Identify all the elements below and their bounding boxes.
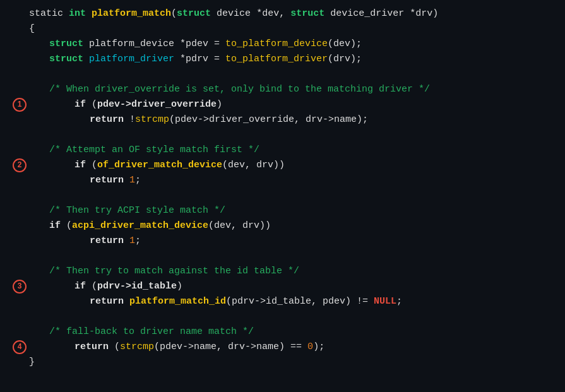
- code-token: *pdev: [180, 37, 208, 52]
- code-line: 1 if (pdev->driver_override): [10, 97, 555, 112]
- code-token: static: [29, 6, 69, 21]
- code-token: [29, 97, 74, 112]
- code-line: return 1;: [10, 234, 555, 249]
- code-token: strcmp: [135, 112, 169, 128]
- code-line: 4 return (strcmp(pdev->name, drv->name) …: [10, 340, 555, 355]
- code-line: return 1;: [10, 173, 555, 188]
- annotation-badge: 4: [13, 340, 27, 354]
- code-token: struct: [49, 37, 83, 52]
- code-token: }: [29, 355, 35, 370]
- code-token: return: [90, 294, 129, 309]
- code-token: if: [74, 158, 86, 173]
- code-token: /* Then try ACPI style match */: [49, 203, 225, 218]
- code-token: 0: [307, 340, 313, 355]
- code-token: (: [86, 279, 97, 294]
- code-token: (: [109, 340, 120, 355]
- code-token: (dev, drv)): [208, 218, 271, 234]
- code-token: if: [74, 97, 86, 112]
- code-token: if: [74, 279, 86, 294]
- code-token: acpi_driver_match_device: [72, 218, 208, 234]
- code-token: (pdrv->id_table, pdev) !=: [226, 294, 374, 309]
- annotation-badge: 1: [13, 98, 27, 112]
- code-token: device: [211, 6, 256, 21]
- code-token: (drv);: [328, 52, 362, 67]
- code-token: =: [208, 37, 225, 52]
- code-token: platform_driver: [83, 52, 180, 67]
- code-token: pdev->driver_override: [97, 97, 217, 112]
- code-line: if (acpi_driver_match_device(dev, drv)): [10, 218, 555, 234]
- code-line: [10, 309, 555, 324]
- code-token: NULL: [374, 294, 396, 309]
- code-token: struct: [290, 6, 324, 21]
- code-token: struct: [177, 6, 211, 21]
- code-line: 2 if (of_driver_match_device(dev, drv)): [10, 158, 555, 173]
- code-token: =: [208, 52, 225, 67]
- code-container: static int platform_match(struct device …: [0, 0, 565, 392]
- code-lines: static int platform_match(struct device …: [10, 6, 555, 370]
- code-token: *pdrv: [180, 52, 208, 67]
- code-token: of_driver_match_device: [97, 158, 222, 173]
- code-line: /* fall-back to driver name match */: [10, 324, 555, 340]
- annotation-badge: 2: [13, 158, 27, 172]
- code-line: [10, 249, 555, 264]
- code-line: }: [10, 355, 555, 370]
- code-token: [29, 279, 74, 294]
- code-token: pdrv->id_table: [97, 279, 177, 294]
- code-token: (: [171, 6, 177, 21]
- code-token: [29, 158, 74, 173]
- code-token: platform_match: [92, 6, 171, 21]
- code-token: platform_match_id: [129, 294, 226, 309]
- code-token: device_driver: [324, 6, 410, 21]
- code-token: );: [313, 340, 324, 355]
- code-token: ;: [135, 173, 141, 188]
- code-token: ): [177, 279, 182, 294]
- code-token: (dev);: [328, 37, 362, 52]
- code-token: *drv: [410, 6, 432, 21]
- code-token: if: [49, 218, 61, 234]
- code-line: /* Then try to match against the id tabl…: [10, 264, 555, 279]
- code-token: 1: [129, 173, 135, 188]
- code-token: ): [217, 97, 222, 112]
- code-token: (pdev->name, drv->name) ==: [154, 340, 307, 355]
- code-token: strcmp: [120, 340, 154, 355]
- code-token: (pdev->driver_override, drv->name);: [169, 112, 368, 128]
- code-token: return: [90, 112, 124, 128]
- code-token: ): [432, 6, 438, 21]
- code-token: {: [29, 21, 35, 37]
- code-token: to_platform_device: [225, 37, 328, 52]
- code-token: return: [74, 340, 109, 355]
- annotation-badge: 3: [13, 280, 27, 294]
- code-line: /* Then try ACPI style match */: [10, 203, 555, 218]
- code-token: [29, 340, 74, 355]
- code-token: platform_device: [83, 37, 180, 52]
- code-token: (: [86, 158, 97, 173]
- code-line: [10, 128, 555, 143]
- code-token: /* Then try to match against the id tabl…: [49, 264, 299, 279]
- code-token: (: [61, 218, 72, 234]
- code-line: return !strcmp(pdev->driver_override, dr…: [10, 112, 555, 128]
- code-line: return platform_match_id(pdrv->id_table,…: [10, 294, 555, 309]
- code-line: /* Attempt an OF style match first */: [10, 143, 555, 158]
- code-token: ;: [135, 234, 141, 249]
- code-token: ;: [396, 294, 402, 309]
- code-token: [86, 6, 92, 21]
- code-line: static int platform_match(struct device …: [10, 6, 555, 21]
- code-line: [10, 188, 555, 203]
- code-line: 3 if (pdrv->id_table): [10, 279, 555, 294]
- code-token: (dev, drv)): [222, 158, 285, 173]
- code-token: /* fall-back to driver name match */: [49, 324, 254, 340]
- code-line: struct platform_device *pdev = to_platfo…: [10, 37, 555, 52]
- code-token: to_platform_driver: [225, 52, 328, 67]
- code-line: [10, 67, 555, 82]
- code-token: /* When driver_override is set, only bin…: [49, 82, 430, 97]
- code-token: (: [86, 97, 97, 112]
- code-token: !: [124, 112, 135, 128]
- code-token: return: [90, 173, 129, 188]
- code-token: ,: [279, 6, 290, 21]
- code-line: struct platform_driver *pdrv = to_platfo…: [10, 52, 555, 67]
- code-token: int: [69, 6, 86, 21]
- code-line: /* When driver_override is set, only bin…: [10, 82, 555, 97]
- code-token: /* Attempt an OF style match first */: [49, 143, 259, 158]
- code-token: return: [90, 234, 129, 249]
- code-token: struct: [49, 52, 83, 67]
